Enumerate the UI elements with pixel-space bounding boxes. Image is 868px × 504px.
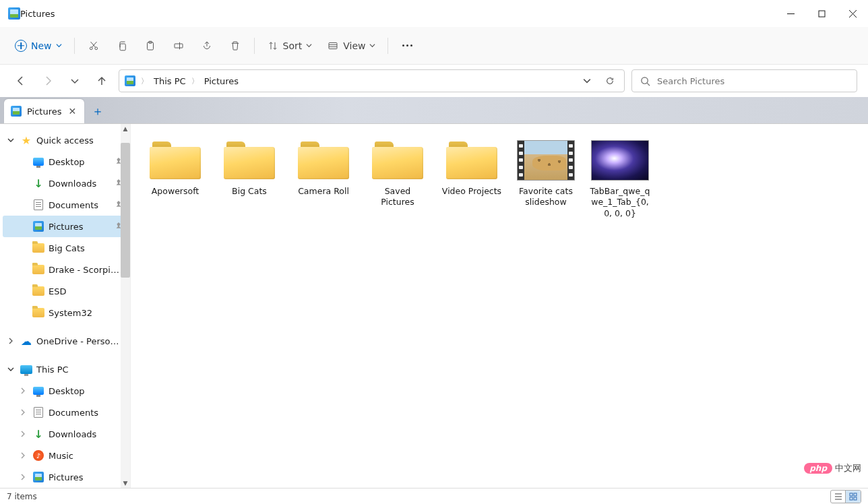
more-icon: [402, 44, 412, 46]
new-button[interactable]: New: [8, 34, 69, 58]
sidebar-pictures[interactable]: Pictures: [3, 216, 127, 237]
scrollbar-thumb[interactable]: [121, 143, 130, 278]
downloads-icon: ↓: [32, 177, 44, 189]
refresh-button[interactable]: [601, 72, 619, 90]
sidebar-quick-access[interactable]: ★ Quick access: [3, 129, 127, 151]
pictures-icon: [33, 472, 44, 482]
delete-button[interactable]: [222, 34, 249, 58]
folder-icon: [150, 141, 201, 179]
sidebar-tp-documents[interactable]: Documents: [3, 402, 127, 423]
more-button[interactable]: [394, 34, 421, 58]
chevron-right-icon: 〉: [141, 76, 148, 86]
chevron-right-icon[interactable]: [18, 429, 28, 439]
view-button[interactable]: View: [320, 34, 382, 58]
chevron-right-icon: 〉: [191, 76, 199, 86]
content-area[interactable]: Apowersoft Big Cats Camera Roll Saved Pi…: [131, 124, 868, 488]
sidebar-esd[interactable]: ESD: [3, 280, 127, 302]
tab-close-button[interactable]: ✕: [67, 106, 78, 117]
watermark: php 中文网: [804, 462, 861, 474]
back-button[interactable]: [11, 71, 31, 91]
minimize-button[interactable]: [775, 0, 806, 27]
chevron-down-icon[interactable]: [5, 135, 16, 146]
svg-rect-10: [854, 493, 857, 496]
chevron-right-icon[interactable]: [5, 336, 16, 346]
pictures-app-icon: [8, 7, 20, 20]
tab-pictures[interactable]: Pictures ✕: [4, 99, 84, 123]
folder-icon: [32, 308, 44, 317]
folder-icon: [446, 141, 497, 179]
plus-circle-icon: [15, 40, 27, 52]
close-button[interactable]: [837, 0, 868, 27]
folder-saved-pictures[interactable]: Saved Pictures: [364, 136, 431, 211]
sidebar-system32[interactable]: System32: [3, 302, 127, 323]
separator: [74, 38, 75, 54]
tree-label: OneDrive - Personal: [36, 336, 123, 346]
sidebar-tp-desktop[interactable]: Desktop: [3, 380, 127, 402]
rename-button[interactable]: [165, 34, 192, 58]
svg-rect-7: [329, 42, 337, 49]
share-button[interactable]: [193, 34, 220, 58]
svg-point-1: [90, 46, 92, 49]
sort-button[interactable]: Sort: [260, 34, 319, 58]
paste-button[interactable]: [137, 34, 164, 58]
breadcrumb-root[interactable]: This PC: [154, 76, 186, 86]
icons-view-button[interactable]: [846, 491, 861, 503]
folder-camera-roll[interactable]: Camera Roll: [290, 136, 357, 199]
recent-locations-button[interactable]: [65, 71, 85, 91]
sidebar-tp-music[interactable]: Music: [3, 445, 127, 466]
tree-label: Documents: [49, 408, 123, 418]
folder-apowersoft[interactable]: Apowersoft: [142, 136, 209, 199]
toolbar: New Sort View: [0, 27, 868, 65]
sidebar-downloads[interactable]: ↓ Downloads: [3, 172, 127, 194]
sidebar-tp-downloads[interactable]: ↓ Downloads: [3, 423, 127, 445]
sidebar-onedrive[interactable]: ☁ OneDrive - Personal: [3, 330, 127, 352]
forward-button[interactable]: [38, 71, 58, 91]
sidebar-documents[interactable]: Documents: [3, 194, 127, 216]
folder-video-projects[interactable]: Video Projects: [438, 136, 505, 199]
copy-button[interactable]: [108, 34, 135, 58]
new-tab-button[interactable]: ＋: [88, 102, 107, 121]
cut-button[interactable]: [80, 34, 107, 58]
sidebar-this-pc[interactable]: This PC: [3, 358, 127, 380]
svg-rect-9: [850, 493, 852, 496]
breadcrumb-current[interactable]: Pictures: [204, 76, 239, 86]
details-view-button[interactable]: [831, 491, 846, 503]
maximize-button[interactable]: [806, 0, 837, 27]
sidebar-big-cats[interactable]: Big Cats: [3, 237, 127, 259]
sidebar-drake[interactable]: Drake - Scorpion (320): [3, 259, 127, 280]
file-favorite-cats[interactable]: Favorite cats slideshow: [512, 136, 580, 211]
sidebar-tp-pictures[interactable]: Pictures: [3, 466, 127, 488]
search-icon: [640, 76, 650, 86]
chevron-down-icon[interactable]: [5, 364, 16, 375]
tree-label: Desktop: [49, 386, 123, 396]
folder-big-cats[interactable]: Big Cats: [216, 136, 283, 199]
svg-rect-0: [819, 11, 825, 17]
search-input[interactable]: [657, 76, 848, 86]
search-box[interactable]: [631, 69, 857, 92]
file-tabbar[interactable]: TabBar_qwe_qwe_1_Tab_{0, 0, 0, 0}: [586, 136, 654, 222]
sidebar-scrollbar[interactable]: ▲ ▼: [121, 124, 130, 488]
chevron-right-icon[interactable]: [18, 472, 28, 482]
view-toggle: [830, 490, 861, 503]
tree-label: Music: [49, 451, 123, 461]
tree-label: Drake - Scorpion (320): [49, 265, 123, 275]
item-label: Big Cats: [232, 186, 267, 197]
address-dropdown[interactable]: [578, 72, 596, 90]
sidebar-desktop[interactable]: Desktop: [3, 151, 127, 172]
tree-label: Quick access: [36, 135, 123, 146]
cloud-icon: ☁: [20, 335, 32, 347]
address-bar[interactable]: 〉 This PC 〉 Pictures: [119, 69, 625, 92]
pictures-icon: [33, 221, 44, 232]
item-label: TabBar_qwe_qwe_1_Tab_{0, 0, 0, 0}: [588, 186, 652, 219]
chevron-right-icon[interactable]: [18, 450, 28, 461]
folder-icon: [372, 141, 423, 179]
item-count: 7 items: [7, 492, 37, 501]
php-badge: php: [804, 463, 832, 474]
tree-label: Downloads: [49, 429, 123, 439]
tree-label: Documents: [49, 200, 110, 210]
video-thumbnail: [517, 140, 575, 181]
tree-label: Big Cats: [49, 243, 123, 253]
chevron-right-icon[interactable]: [18, 407, 28, 418]
chevron-right-icon[interactable]: [18, 385, 28, 396]
up-button[interactable]: [92, 71, 112, 91]
